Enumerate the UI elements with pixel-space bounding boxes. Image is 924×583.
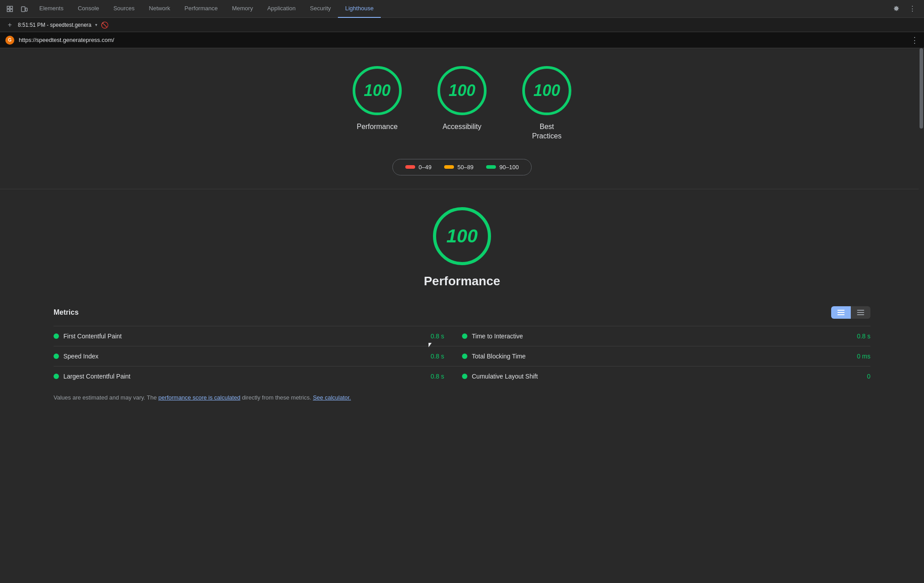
footer-note: Values are estimated and may vary. The p… xyxy=(54,386,870,402)
metric-name-fcp: First Contentful Paint xyxy=(63,333,426,340)
metrics-grid: First Contentful Paint 0.8 s Time to Int… xyxy=(54,326,870,386)
metric-cls: Cumulative Layout Shift 0 xyxy=(462,366,870,386)
tab-application[interactable]: Application xyxy=(260,0,303,18)
toggle-chart-button[interactable] xyxy=(831,306,851,319)
tab-lighthouse[interactable]: Lighthouse xyxy=(338,0,381,18)
legend-orange: 50–89 xyxy=(444,164,474,171)
accessibility-circle: 100 xyxy=(437,66,487,115)
score-best-practices: 100 BestPractices xyxy=(522,66,571,141)
list-line-3 xyxy=(857,314,864,315)
devtools-toolbar: Elements Console Sources Network Perform… xyxy=(0,0,924,18)
tab-console[interactable]: Console xyxy=(71,0,106,18)
legend-green: 90–100 xyxy=(486,164,519,171)
perf-score-circle: 100 xyxy=(433,207,491,265)
scores-section: 100 Performance 100 Accessibility 100 Be… xyxy=(0,48,924,189)
tab-elements[interactable]: Elements xyxy=(32,0,71,18)
tab-performance[interactable]: Performance xyxy=(177,0,225,18)
legend-dot-orange xyxy=(444,165,454,169)
legend-box: 0–49 50–89 90–100 xyxy=(392,159,532,175)
footer-link-calculator[interactable]: performance score is calculated xyxy=(158,394,241,401)
metrics-title: Metrics xyxy=(54,308,79,316)
metric-value-fcp: 0.8 s xyxy=(431,333,444,340)
device-toolbar-icon[interactable] xyxy=(18,3,30,15)
more-options-icon[interactable]: ⋮ xyxy=(906,3,919,15)
legend-dot-green xyxy=(486,165,496,169)
tab-info-bar: + 8:51:51 PM - speedtest.genera ▾ 🚫 xyxy=(0,18,924,32)
stop-recording-icon[interactable]: 🚫 xyxy=(101,21,108,29)
metric-value-lcp: 0.8 s xyxy=(431,373,444,380)
tab-dropdown-icon[interactable]: ▾ xyxy=(95,22,97,27)
best-practices-circle: 100 xyxy=(522,66,571,115)
metric-name-tbt: Total Blocking Time xyxy=(472,353,853,360)
scrollbar-thumb[interactable] xyxy=(920,48,923,129)
performance-score-value: 100 xyxy=(364,81,391,100)
accessibility-score-value: 100 xyxy=(449,81,475,100)
tab-label: 8:51:51 PM - speedtest.genera xyxy=(18,22,92,28)
metric-si: Speed Index 0.8 s xyxy=(54,346,462,366)
svg-rect-5 xyxy=(25,8,27,11)
tab-list: Elements Console Sources Network Perform… xyxy=(32,0,890,18)
metric-name-tti: Time to Interactive xyxy=(472,333,853,340)
metric-value-si: 0.8 s xyxy=(431,353,444,360)
performance-circle: 100 xyxy=(353,66,402,115)
chart-line-3 xyxy=(837,314,845,315)
metric-name-lcp: Largest Contentful Paint xyxy=(63,373,426,380)
metric-dot-tti xyxy=(462,333,467,339)
perf-title: Performance xyxy=(424,274,500,288)
toggle-list-button[interactable] xyxy=(851,306,870,319)
legend-red-label: 0–49 xyxy=(419,164,432,171)
settings-icon[interactable] xyxy=(890,3,903,15)
main-content: 100 Performance 100 Accessibility 100 Be… xyxy=(0,48,924,583)
svg-rect-3 xyxy=(10,9,12,12)
site-favicon: G xyxy=(5,36,14,45)
metric-value-cls: 0 xyxy=(867,373,870,380)
url-bar: G https://speedtest.generatepress.com/ ⋮ xyxy=(0,32,924,48)
score-accessibility: 100 Accessibility xyxy=(437,66,487,132)
tab-security[interactable]: Security xyxy=(303,0,338,18)
legend-dot-red xyxy=(405,165,415,169)
toolbar-right: ⋮ xyxy=(890,3,920,15)
score-performance: 100 Performance xyxy=(353,66,402,132)
footer-text-middle: directly from these metrics. xyxy=(240,394,313,401)
tab-sources[interactable]: Sources xyxy=(106,0,142,18)
svg-rect-1 xyxy=(10,6,12,8)
inspect-icon[interactable] xyxy=(4,3,16,15)
metric-dot-cls xyxy=(462,374,467,379)
performance-section: 100 Performance Metrics xyxy=(0,189,924,420)
metrics-toggle xyxy=(831,306,870,319)
scores-row: 100 Performance 100 Accessibility 100 Be… xyxy=(353,66,571,141)
legend-orange-label: 50–89 xyxy=(458,164,474,171)
list-line-1 xyxy=(857,310,864,311)
metric-tbt: Total Blocking Time 0 ms xyxy=(462,346,870,366)
legend-red: 0–49 xyxy=(405,164,432,171)
performance-label: Performance xyxy=(357,122,398,132)
metric-lcp: Largest Contentful Paint 0.8 s xyxy=(54,366,462,386)
accessibility-label: Accessibility xyxy=(442,122,481,132)
new-tab-button[interactable]: + xyxy=(5,21,14,29)
metric-dot-fcp xyxy=(54,333,59,339)
chart-line-2 xyxy=(837,312,845,313)
best-practices-label: BestPractices xyxy=(532,122,562,141)
best-practices-score-value: 100 xyxy=(533,81,560,100)
scrollbar-track[interactable] xyxy=(919,48,924,583)
metric-name-si: Speed Index xyxy=(63,353,426,360)
metric-fcp: First Contentful Paint 0.8 s xyxy=(54,326,462,346)
footer-link-see-calculator[interactable]: See calculator. xyxy=(313,394,351,401)
tab-network[interactable]: Network xyxy=(142,0,178,18)
metric-tti: Time to Interactive 0.8 s xyxy=(462,326,870,346)
tab-memory[interactable]: Memory xyxy=(225,0,260,18)
url-text: https://speedtest.generatepress.com/ xyxy=(19,37,906,43)
perf-score-value: 100 xyxy=(446,225,478,247)
url-more-icon[interactable]: ⋮ xyxy=(911,35,919,45)
footer-text-before: Values are estimated and may vary. The xyxy=(54,394,158,401)
metric-name-cls: Cumulative Layout Shift xyxy=(472,373,862,380)
metric-value-tbt: 0 ms xyxy=(857,353,870,360)
chart-icon xyxy=(837,310,845,315)
chart-line-1 xyxy=(837,310,845,311)
svg-rect-2 xyxy=(7,9,9,12)
svg-rect-0 xyxy=(7,6,9,8)
metric-dot-si xyxy=(54,354,59,359)
list-icon xyxy=(857,310,864,315)
perf-header: 100 Performance xyxy=(54,207,870,288)
legend-green-label: 90–100 xyxy=(499,164,519,171)
